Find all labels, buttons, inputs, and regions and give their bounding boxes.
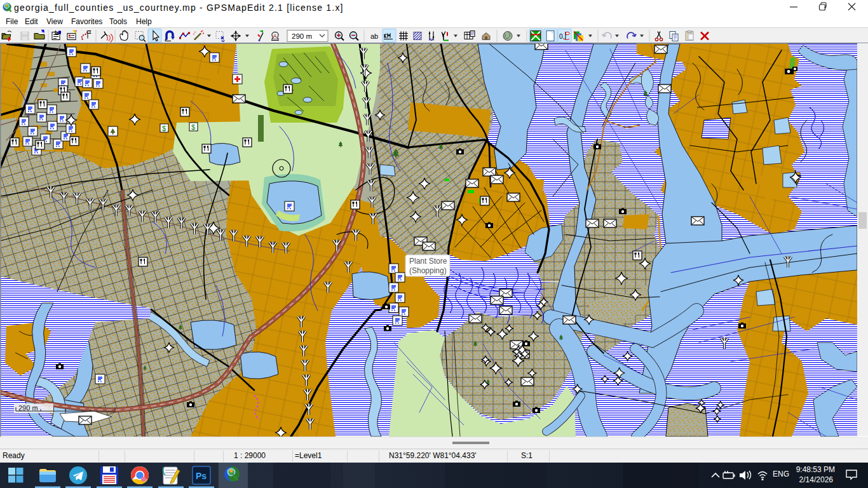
svg-text:(Shopping): (Shopping) [409, 266, 447, 275]
svg-text:A: A [273, 33, 277, 39]
svg-text:ENG: ENG [773, 470, 789, 478]
svg-text:$: $ [162, 125, 166, 132]
svg-text:ab: ab [370, 32, 378, 40]
svg-text:2/14/2026: 2/14/2026 [799, 475, 834, 484]
svg-text:290 m: 290 m [18, 404, 38, 412]
svg-text:290 m: 290 m [292, 32, 312, 40]
svg-text:9:48:53 PM: 9:48:53 PM [796, 465, 835, 474]
svg-text:Plant Store: Plant Store [409, 257, 447, 266]
svg-text:0,: 0, [559, 33, 564, 40]
svg-text:Ps: Ps [196, 471, 207, 481]
svg-text:$: $ [191, 123, 195, 131]
